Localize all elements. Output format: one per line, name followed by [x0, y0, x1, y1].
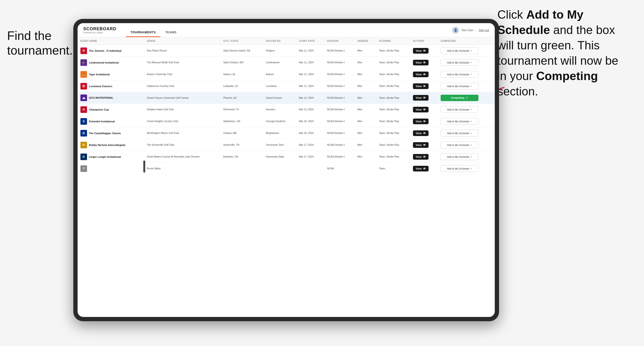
- division-cell: NCAA Division I: [324, 45, 354, 57]
- competing-cell: Add to My Schedule +: [438, 57, 495, 68]
- add-to-schedule-button[interactable]: Add to My Schedule +: [440, 106, 478, 113]
- eye-icon: 👁: [423, 144, 426, 147]
- annotation-right-bold2: Competing: [536, 69, 598, 83]
- city-cell: Eatonton, GA: [220, 151, 263, 163]
- view-button[interactable]: View 👁: [413, 142, 428, 148]
- add-to-schedule-button[interactable]: Add to My Schedule +: [440, 47, 478, 54]
- view-button[interactable]: View 👁: [413, 130, 428, 136]
- user-name: Test User: [461, 28, 473, 32]
- scoring-cell: Team, Stroke Play: [376, 45, 410, 57]
- event-name: Louisiana Classics: [89, 85, 112, 88]
- table-row: 🦅 Lindenwood Invitational The Missouri B…: [78, 57, 495, 68]
- action-cell: View 👁: [410, 57, 438, 68]
- city-cell: Auburn, AL: [220, 68, 263, 80]
- hosted-cell: Grand Canyon: [263, 92, 296, 104]
- tab-teams[interactable]: TEAMS: [160, 28, 181, 37]
- competing-cell: Add to My Schedule +: [438, 68, 495, 80]
- add-to-schedule-button[interactable]: Add to My Schedule +: [440, 71, 478, 78]
- table-row: 🎯 Louisiana Classics Oakbourne Country C…: [78, 80, 495, 92]
- event-name: Linger Longer Invitational: [89, 156, 121, 158]
- division-cell: NCAA Division I: [324, 80, 354, 92]
- action-cell: View 👁: [410, 127, 438, 139]
- venue-cell: Forest Heights Country Club: [144, 116, 220, 127]
- table-row: R The Johnnie - O Individual Sea Palms R…: [78, 45, 495, 57]
- table-header-row: EVENT NAME VENUE CITY, STATE HOSTED BY S…: [78, 37, 495, 45]
- eye-icon: 👁: [423, 108, 426, 111]
- tablet-device: SCOREBOARD Powered by clippd TOURNAMENTS…: [73, 19, 499, 321]
- team-logo: 🐯: [80, 71, 87, 78]
- action-cell: View 👁: [410, 139, 438, 151]
- eye-icon: 👁: [423, 132, 426, 135]
- eye-icon: 👁: [423, 96, 426, 99]
- eye-icon: 👁: [423, 49, 426, 52]
- venue-cell: The Missouri Bluffs Golf Club: [144, 57, 220, 68]
- city-cell: Urbana, MD: [220, 127, 263, 139]
- eye-icon: 👁: [423, 156, 426, 158]
- table-row: ⛰ GCU INVITATIONAL Grand Canyon Universi…: [78, 92, 495, 104]
- plus-icon: +: [470, 167, 472, 170]
- signout-link[interactable]: Sign out: [479, 28, 489, 32]
- add-label: Add to My Schedule: [447, 167, 469, 170]
- add-label: Add to My Schedule: [447, 132, 469, 135]
- city-cell: Phoenix, AZ: [220, 92, 263, 104]
- venue-cell: Grand Canyon University Golf Course: [144, 92, 220, 104]
- gender-cell: [354, 163, 376, 174]
- division-cell: NCAA Division I: [324, 116, 354, 127]
- add-to-schedule-button[interactable]: Add to My Schedule +: [440, 118, 478, 125]
- plus-icon: +: [470, 72, 472, 76]
- add-to-schedule-button[interactable]: Add to My Schedule +: [440, 142, 478, 148]
- date-cell: Mar 17, 2024: [296, 139, 324, 151]
- gender-cell: Men: [354, 45, 376, 57]
- competing-button[interactable]: Competing ✓: [440, 95, 478, 101]
- gender-cell: Men: [354, 151, 376, 163]
- team-logo: R: [80, 47, 87, 54]
- plus-icon: +: [470, 131, 472, 135]
- view-button[interactable]: View 👁: [413, 119, 428, 124]
- gender-cell: Men: [354, 92, 376, 104]
- team-logo: K: [80, 154, 87, 160]
- view-button[interactable]: View 👁: [413, 95, 428, 101]
- view-button[interactable]: View 👁: [413, 107, 428, 112]
- division-cell: NCAA Division I: [324, 127, 354, 139]
- hosted-cell: Binghamton: [263, 127, 296, 139]
- view-button[interactable]: View 👁: [413, 72, 428, 77]
- add-to-schedule-button[interactable]: Add to My Schedule +: [440, 130, 478, 137]
- gender-cell: Men: [354, 116, 376, 127]
- annotation-right-text1: Click: [497, 8, 526, 21]
- col-venue: VENUE: [144, 37, 220, 45]
- date-cell: Mar 11, 2024: [296, 80, 324, 92]
- add-to-schedule-button[interactable]: Add to My Schedule +: [440, 59, 478, 66]
- hosted-cell: Georgia Southern: [263, 116, 296, 127]
- team-logo: ⛰: [80, 94, 87, 101]
- date-cell: Mar 16, 2024: [296, 127, 324, 139]
- col-division: DIVISION: [324, 37, 354, 45]
- gender-cell: Men: [354, 57, 376, 68]
- view-button[interactable]: View 👁: [413, 60, 428, 65]
- event-name: The Carpetbagger Classic: [89, 132, 121, 135]
- date-cell: Mar 17, 2024: [296, 151, 324, 163]
- view-button[interactable]: View 👁: [413, 154, 428, 160]
- plus-icon: +: [470, 143, 472, 147]
- col-scoring: SCORING: [376, 37, 410, 45]
- add-to-schedule-button[interactable]: Add to My Schedule +: [440, 153, 478, 160]
- col-city-state: CITY, STATE: [220, 37, 263, 45]
- view-button[interactable]: View 👁: [413, 83, 428, 89]
- add-to-schedule-button[interactable]: Add to My Schedule +: [440, 83, 478, 90]
- team-logo: S: [80, 118, 87, 125]
- hosted-cell: Tennessee Tech: [263, 139, 296, 151]
- event-name: The Johnnie - O Individual: [89, 49, 122, 52]
- add-label: Add to My Schedule: [447, 144, 469, 147]
- add-to-schedule-button[interactable]: Add to My Schedule +: [440, 165, 478, 172]
- action-cell: View 👁: [410, 68, 438, 80]
- tablet-screen: SCOREBOARD Powered by clippd TOURNAMENTS…: [78, 23, 495, 317]
- division-cell: NCAA Division I: [324, 68, 354, 80]
- venue-cell: Brook Valley: [144, 163, 220, 174]
- gender-cell: Men: [354, 80, 376, 92]
- tab-tournaments[interactable]: TOURNAMENTS: [126, 28, 160, 37]
- table-wrapper: EVENT NAME VENUE CITY, STATE HOSTED BY S…: [78, 37, 495, 317]
- hosted-cell: Auburn: [263, 68, 296, 80]
- view-button[interactable]: View 👁: [413, 48, 428, 54]
- table-row: 🐯 Tiger Invitational Auburn University C…: [78, 68, 495, 80]
- annotation-right: Click Add to My Schedule and the box wil…: [497, 7, 630, 99]
- view-button[interactable]: View 👁: [413, 166, 428, 172]
